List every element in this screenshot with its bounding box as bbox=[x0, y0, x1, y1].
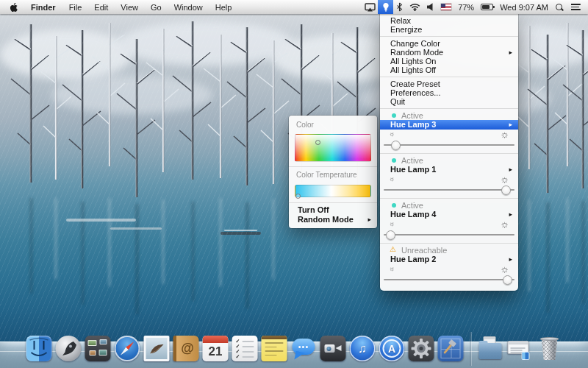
color-picker-field[interactable] bbox=[295, 134, 371, 162]
lamp-menu-item-hue-lamp-1[interactable]: Hue Lamp 1 ▸ bbox=[380, 165, 518, 174]
brightness-icons-row: ☼ ☼ bbox=[380, 174, 518, 184]
submenu-arrow-icon: ▸ bbox=[368, 215, 371, 224]
menu-item-quit[interactable]: Quit bbox=[380, 97, 518, 106]
dock-icon-calendar[interactable]: 21 bbox=[203, 336, 229, 361]
apple-menu-icon[interactable] bbox=[10, 2, 18, 13]
menubar-menu-view[interactable]: View bbox=[121, 3, 138, 12]
active-dot-icon bbox=[392, 203, 396, 208]
dock-icon-app-store[interactable]: A bbox=[379, 336, 405, 361]
submenu-item-random-mode[interactable]: Random Mode▸ bbox=[289, 215, 377, 224]
dock-icon-finder[interactable] bbox=[26, 336, 52, 361]
menubar-app-name[interactable]: Finder bbox=[31, 3, 56, 12]
color-temperature-selector[interactable] bbox=[295, 194, 301, 199]
slider-track bbox=[384, 279, 514, 280]
lamp-status-row: Active bbox=[380, 156, 518, 165]
dock-icon-reminders[interactable]: ✓ ✓ ✓ ✓ bbox=[232, 336, 258, 361]
dock-stack-folder[interactable] bbox=[478, 336, 503, 361]
brightness-icons-row: ☼ ☼ bbox=[380, 130, 518, 139]
dock-icon-system-preferences[interactable] bbox=[409, 336, 434, 361]
submenu-arrow-icon: ▸ bbox=[509, 210, 512, 219]
hue-lightbulb-icon[interactable] bbox=[378, 0, 393, 14]
lamp-name-label: Hue Lamp 4 bbox=[390, 210, 436, 219]
dock-icon-xcode[interactable] bbox=[438, 336, 464, 361]
menu-separator bbox=[380, 153, 518, 154]
slider-track bbox=[384, 234, 514, 236]
lamp-section-hue-lamp-3: Active Hue Lamp 3 ▸ ☼ ☼ bbox=[380, 111, 518, 151]
brightness-high-icon: ☼ bbox=[500, 130, 509, 139]
dock-icon-contacts[interactable]: @ bbox=[173, 336, 199, 361]
brightness-slider[interactable] bbox=[382, 229, 516, 241]
submenu-item-turn-off[interactable]: Turn Off bbox=[289, 205, 377, 215]
menubar-menu-help[interactable]: Help bbox=[215, 3, 232, 12]
at-symbol: @ bbox=[181, 341, 194, 356]
brightness-low-icon: ☼ bbox=[389, 174, 395, 184]
menubar-menu-go[interactable]: Go bbox=[151, 3, 162, 12]
menu-item-preferences[interactable]: Preferences... bbox=[380, 88, 518, 97]
slider-thumb[interactable] bbox=[386, 230, 395, 240]
dock-icon-notes[interactable] bbox=[262, 336, 287, 361]
brightness-slider[interactable] bbox=[382, 184, 516, 196]
menu-item-all-lights-on[interactable]: All Lights On bbox=[380, 57, 518, 66]
hue-dropdown-menu: Relax Energize Change Color Random Mode▸… bbox=[380, 14, 518, 291]
color-temperature-slider[interactable] bbox=[295, 185, 371, 197]
brightness-low-icon: ☼ bbox=[389, 219, 395, 229]
slider-track bbox=[384, 144, 514, 146]
dock-icon-itunes[interactable]: ♫ bbox=[350, 336, 376, 361]
lamp-name-label: Hue Lamp 1 bbox=[390, 165, 436, 174]
dock-icon-mail[interactable] bbox=[144, 336, 170, 361]
spotlight-icon[interactable] bbox=[555, 3, 564, 12]
menu-item-create-preset[interactable]: Create Preset bbox=[380, 79, 518, 88]
battery-icon[interactable] bbox=[481, 4, 493, 10]
menu-separator bbox=[380, 36, 518, 37]
brightness-slider[interactable] bbox=[382, 274, 516, 286]
menu-item-label: All Lights On bbox=[390, 57, 436, 66]
dock-icon-messages[interactable]: ••• bbox=[291, 336, 317, 361]
lamp-menu-item-hue-lamp-2[interactable]: Hue Lamp 2 ▸ bbox=[380, 255, 518, 264]
dock-icon-safari[interactable] bbox=[115, 336, 140, 361]
brightness-slider[interactable] bbox=[382, 139, 516, 151]
menubar-clock[interactable]: Wed 9:07 AM bbox=[500, 3, 548, 12]
notification-center-icon[interactable] bbox=[570, 4, 581, 10]
submenu-item-label: Random Mode bbox=[298, 215, 354, 224]
dock-separator bbox=[467, 330, 474, 361]
lamp-menu-item-hue-lamp-3[interactable]: Hue Lamp 3 ▸ bbox=[380, 120, 518, 130]
lamp-menu-item-hue-lamp-4[interactable]: Hue Lamp 4 ▸ bbox=[380, 210, 518, 219]
us-flag-icon[interactable] bbox=[441, 4, 451, 10]
dock-icon-mission-control[interactable] bbox=[85, 336, 111, 361]
dock-stack-files[interactable] bbox=[507, 336, 533, 361]
brightness-high-icon: ☼ bbox=[500, 219, 509, 229]
color-picker-selector[interactable] bbox=[315, 140, 320, 145]
menu-item-change-color[interactable]: Change Color bbox=[380, 39, 518, 48]
slider-thumb[interactable] bbox=[501, 185, 511, 195]
app-store-a: A bbox=[388, 343, 395, 355]
slider-track bbox=[384, 189, 514, 191]
battery-percent-label: 77% bbox=[458, 3, 474, 12]
dock-icon-facetime[interactable] bbox=[320, 336, 346, 361]
lamp-name-label: Hue Lamp 2 bbox=[390, 255, 436, 263]
menu-item-all-lights-off[interactable]: All Lights Off bbox=[380, 66, 518, 74]
menu-item-energize[interactable]: Energize bbox=[380, 25, 518, 34]
lamp-status-row: Active bbox=[380, 111, 518, 120]
airplay-display-icon[interactable] bbox=[365, 3, 376, 12]
volume-icon[interactable] bbox=[427, 3, 434, 11]
brightness-low-icon: ☼ bbox=[389, 264, 395, 274]
menubar-menu-file[interactable]: File bbox=[69, 3, 82, 12]
dock: @ 21 ✓ ✓ ✓ ✓ ••• ♫ A bbox=[0, 325, 588, 368]
menu-item-label: Preferences... bbox=[390, 88, 440, 97]
menubar-menu-window[interactable]: Window bbox=[174, 3, 203, 12]
dock-icon-launchpad[interactable] bbox=[56, 336, 82, 361]
bluetooth-icon[interactable] bbox=[396, 2, 403, 12]
dock-icon-trash[interactable] bbox=[537, 336, 562, 361]
lamp-name-label: Hue Lamp 3 bbox=[390, 120, 436, 129]
slider-thumb[interactable] bbox=[391, 141, 401, 150]
menu-item-label: Random Mode bbox=[390, 48, 443, 57]
menu-separator bbox=[380, 198, 518, 199]
menu-separator bbox=[380, 77, 518, 77]
wifi-icon[interactable] bbox=[409, 3, 420, 11]
submenu-arrow-icon: ▸ bbox=[509, 165, 512, 174]
slider-thumb[interactable] bbox=[503, 275, 512, 285]
menu-item-relax[interactable]: Relax bbox=[380, 16, 518, 25]
menubar-menu-edit[interactable]: Edit bbox=[94, 3, 108, 12]
menu-item-random-mode[interactable]: Random Mode▸ bbox=[380, 48, 518, 57]
lamp-status-row: ⚠ Unreachable bbox=[380, 246, 518, 255]
